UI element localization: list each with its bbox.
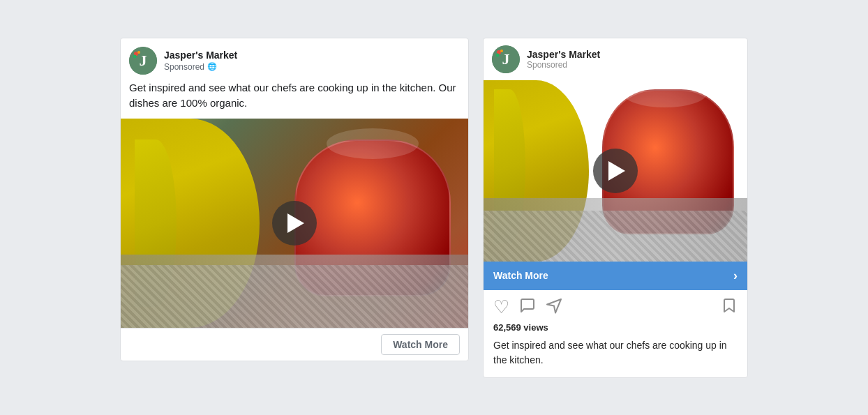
svg-marker-10	[547, 299, 561, 313]
ig-header: J Jasper's Market Sponsored	[484, 38, 747, 80]
ig-caption: Get inspired and see what our chefs are …	[484, 337, 747, 377]
comment-icon[interactable]	[519, 297, 536, 317]
chevron-right-icon: ›	[733, 269, 738, 283]
fb-video-thumbnail[interactable]	[121, 119, 468, 328]
bookmark-icon[interactable]	[721, 297, 738, 317]
ig-sponsored: Sponsored	[527, 60, 600, 70]
share-icon[interactable]	[546, 297, 562, 317]
ig-avatar: J	[492, 45, 520, 73]
svg-text:J: J	[502, 50, 510, 68]
svg-point-4	[137, 51, 140, 54]
instagram-card: J Jasper's Market Sponsored	[483, 38, 748, 378]
fb-avatar: J	[129, 47, 157, 75]
svg-text:J: J	[140, 52, 147, 69]
ig-actions: ♡	[484, 290, 747, 321]
heart-icon[interactable]: ♡	[493, 298, 509, 316]
fb-header: J Jasper's Market Sponsored 🌐	[121, 38, 468, 80]
fb-sponsored: Sponsored 🌐	[164, 62, 237, 72]
play-triangle-icon	[287, 213, 304, 233]
ig-views: 62,569 views	[484, 321, 747, 337]
fb-play-button[interactable]	[272, 201, 317, 246]
chevron-pattern	[121, 265, 468, 328]
svg-point-9	[500, 50, 503, 52]
ig-brand-name: Jasper's Market	[527, 49, 600, 60]
facebook-card: J Jasper's Market Sponsored 🌐 Get inspir…	[120, 38, 469, 361]
globe-icon: 🌐	[207, 62, 217, 71]
ig-chevron-pattern	[484, 211, 747, 262]
ig-watch-more-bar[interactable]: Watch More ›	[484, 262, 747, 290]
fb-footer: Watch More	[121, 328, 468, 361]
fb-header-info: Jasper's Market Sponsored 🌐	[164, 49, 237, 71]
svg-point-8	[496, 53, 500, 56]
ig-header-info: Jasper's Market Sponsored	[527, 49, 600, 70]
ig-video-thumbnail[interactable]	[484, 80, 747, 262]
main-container: J Jasper's Market Sponsored 🌐 Get inspir…	[120, 38, 748, 378]
fb-brand-name: Jasper's Market	[164, 49, 237, 61]
ig-play-button[interactable]	[593, 149, 638, 193]
fb-watch-more-button[interactable]: Watch More	[381, 334, 460, 355]
ig-watch-more-label: Watch More	[493, 270, 548, 281]
fb-body-text: Get inspired and see what our chefs are …	[121, 80, 468, 119]
ig-play-triangle-icon	[608, 161, 625, 181]
svg-point-3	[133, 54, 137, 58]
